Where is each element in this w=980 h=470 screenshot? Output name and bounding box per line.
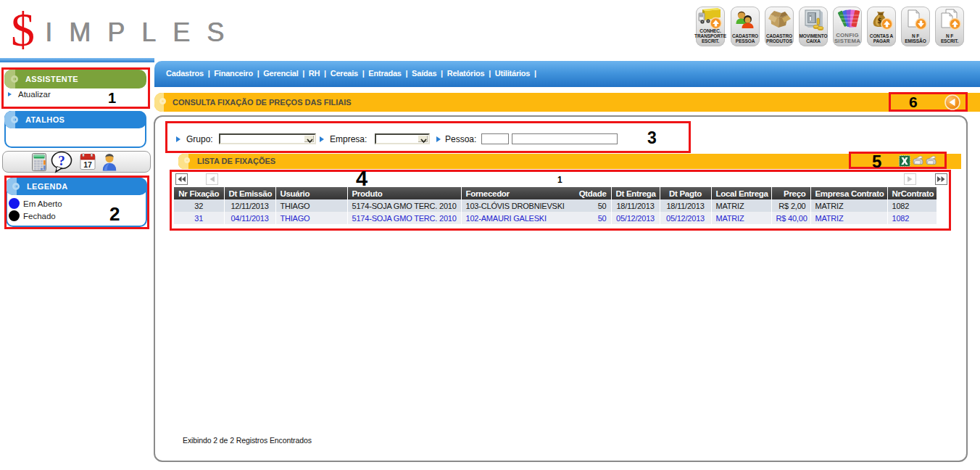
svg-text:?: ? bbox=[58, 153, 65, 168]
svg-text:17: 17 bbox=[83, 160, 92, 169]
